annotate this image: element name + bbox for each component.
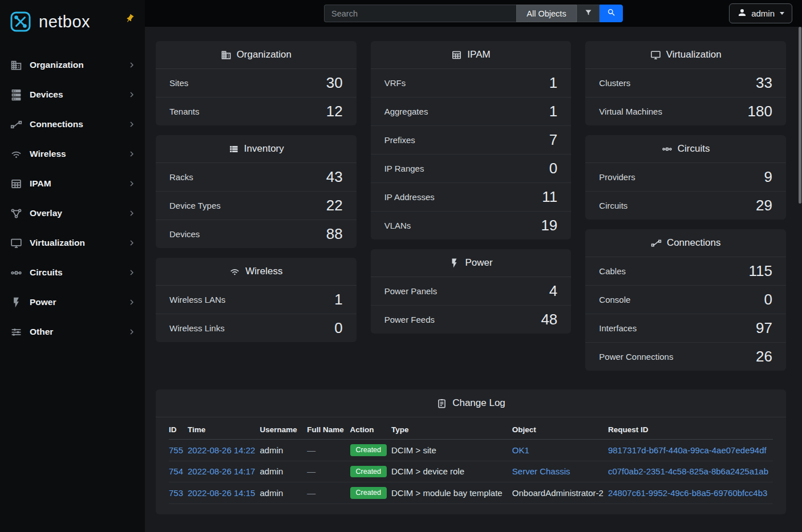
changelog-username: admin xyxy=(260,488,283,498)
column-header-username[interactable]: Username xyxy=(260,420,307,440)
sidebar-item-label: Virtualization xyxy=(30,238,85,248)
stat-row-ip-ranges[interactable]: IP Ranges 0 xyxy=(371,154,572,182)
changelog-request-id-link[interactable]: c07f0ab2-2351-4c58-825a-8b6a2425a1ab xyxy=(608,466,768,476)
chevron-right-icon xyxy=(127,119,137,129)
stat-value: 48 xyxy=(541,311,557,328)
sidebar-item-overlay[interactable]: Overlay xyxy=(0,198,145,228)
sidebar-item-other[interactable]: Other xyxy=(0,317,145,347)
card-inventory-header: Inventory xyxy=(156,135,357,163)
stat-label[interactable]: Providers xyxy=(599,172,635,182)
changelog-request-id-link[interactable]: 24807c61-9952-49c6-b8a5-69760bfcc4b3 xyxy=(608,488,767,498)
column-header-type[interactable]: Type xyxy=(391,420,512,440)
sidebar-item-connections[interactable]: Connections xyxy=(0,109,145,139)
changelog-object-link[interactable]: Server Chassis xyxy=(512,466,570,476)
dashboard-grid: Organization Sites 30 Tenants 12 Invento… xyxy=(145,27,802,371)
stat-row-clusters[interactable]: Clusters 33 xyxy=(585,69,786,97)
stat-row-virtual-machines[interactable]: Virtual Machines 180 xyxy=(585,97,786,125)
stat-row-ip-addresses[interactable]: IP Addresses 11 xyxy=(371,182,572,211)
stat-row-devices[interactable]: Devices 88 xyxy=(156,220,357,248)
stat-row-cables[interactable]: Cables 115 xyxy=(585,257,786,285)
stat-row-power-feeds[interactable]: Power Feeds 48 xyxy=(371,305,572,334)
changelog-request-id-link[interactable]: 9817317d-b67f-440a-99ca-4ae07ede94df xyxy=(608,445,767,455)
sidebar-item-power[interactable]: Power xyxy=(0,287,145,317)
sidebar-item-label: Devices xyxy=(30,90,63,100)
stat-row-prefixes[interactable]: Prefixes 7 xyxy=(371,125,572,154)
scrollbar[interactable] xyxy=(797,0,802,532)
stat-label[interactable]: IP Addresses xyxy=(384,192,435,202)
changelog-time-link[interactable]: 2022-08-26 14:17 xyxy=(188,466,255,476)
changelog-id-link[interactable]: 753 xyxy=(169,488,183,498)
stat-label[interactable]: Power Panels xyxy=(384,286,438,296)
stat-label[interactable]: Virtual Machines xyxy=(599,107,662,116)
search-input[interactable] xyxy=(324,5,516,22)
changelog-type: DCIM > module bay template xyxy=(391,488,503,498)
sidebar-item-ipam[interactable]: IPAM xyxy=(0,169,145,198)
stat-label[interactable]: Device Types xyxy=(169,201,221,210)
stat-row-power-connections[interactable]: Power Connections 26 xyxy=(585,342,786,371)
changelog-id-link[interactable]: 754 xyxy=(169,466,183,476)
stat-row-wireless-lans[interactable]: Wireless LANs 1 xyxy=(156,286,357,314)
stat-label[interactable]: Power Feeds xyxy=(384,315,435,324)
sidebar-item-virtualization[interactable]: Virtualization xyxy=(0,228,145,258)
stat-row-interfaces[interactable]: Interfaces 97 xyxy=(585,314,786,342)
stat-row-power-panels[interactable]: Power Panels 4 xyxy=(371,277,572,305)
search-submit-button[interactable] xyxy=(600,5,623,22)
sidebar-item-circuits[interactable]: Circuits xyxy=(0,258,145,287)
chevron-right-icon xyxy=(127,267,137,278)
stat-row-device-types[interactable]: Device Types 22 xyxy=(156,191,357,220)
changelog-time-link[interactable]: 2022-08-26 14:22 xyxy=(188,445,255,455)
pin-sidebar-icon[interactable] xyxy=(123,12,137,26)
sidebar-item-devices[interactable]: Devices xyxy=(0,80,145,109)
stat-value: 29 xyxy=(756,197,772,214)
sidebar-item-wireless[interactable]: Wireless xyxy=(0,139,145,169)
monitor-icon xyxy=(650,50,661,60)
stat-label[interactable]: Interfaces xyxy=(599,323,637,333)
stat-row-console[interactable]: Console 0 xyxy=(585,285,786,314)
stat-row-wireless-links[interactable]: Wireless Links 0 xyxy=(156,314,357,342)
stat-value: 43 xyxy=(326,168,343,186)
stat-label[interactable]: VLANs xyxy=(384,221,411,230)
sidebar-item-organization[interactable]: Organization xyxy=(0,50,145,80)
filter-button[interactable] xyxy=(577,5,600,22)
stat-label[interactable]: Devices xyxy=(169,229,200,239)
stat-row-aggregates[interactable]: Aggregates 1 xyxy=(371,97,572,125)
stat-row-vrfs[interactable]: VRFs 1 xyxy=(371,69,572,97)
column-header-time[interactable]: Time xyxy=(188,420,260,440)
scrollbar-thumb[interactable] xyxy=(799,27,801,204)
stat-label[interactable]: Wireless Links xyxy=(169,323,225,333)
stat-label[interactable]: Wireless LANs xyxy=(169,295,225,304)
stat-row-tenants[interactable]: Tenants 12 xyxy=(156,97,357,125)
changelog-id-link[interactable]: 755 xyxy=(169,445,183,455)
stat-label[interactable]: Console xyxy=(599,295,630,304)
stat-row-vlans[interactable]: VLANs 19 xyxy=(371,211,572,239)
stat-row-providers[interactable]: Providers 9 xyxy=(585,163,786,191)
stat-label[interactable]: Power Connections xyxy=(599,352,673,362)
stat-label[interactable]: Sites xyxy=(169,78,188,88)
column-header-request-id[interactable]: Request ID xyxy=(608,420,773,440)
search-scope-button[interactable]: All Objects xyxy=(516,5,577,22)
card-title: Inventory xyxy=(244,143,284,155)
stat-label[interactable]: Prefixes xyxy=(384,135,415,145)
brand-header[interactable]: netbox xyxy=(0,0,145,42)
chevron-right-icon xyxy=(127,208,137,218)
stat-row-racks[interactable]: Racks 43 xyxy=(156,163,357,191)
stat-row-circuits[interactable]: Circuits 29 xyxy=(585,191,786,220)
stat-label[interactable]: Circuits xyxy=(599,201,627,210)
stat-label[interactable]: VRFs xyxy=(384,78,406,88)
changelog-object-link[interactable]: OK1 xyxy=(512,445,529,455)
card-title: Organization xyxy=(237,49,291,60)
column-header-object[interactable]: Object xyxy=(512,420,608,440)
stat-row-sites[interactable]: Sites 30 xyxy=(156,69,357,97)
stat-label[interactable]: Aggregates xyxy=(384,107,428,116)
stat-label[interactable]: IP Ranges xyxy=(384,164,424,173)
stat-label[interactable]: Cables xyxy=(599,266,626,276)
stat-label[interactable]: Racks xyxy=(169,172,193,182)
stat-label[interactable]: Tenants xyxy=(169,107,200,116)
stat-value: 0 xyxy=(764,291,772,308)
column-header-full-name[interactable]: Full Name xyxy=(307,420,350,440)
column-header-action[interactable]: Action xyxy=(350,420,391,440)
stat-label[interactable]: Clusters xyxy=(599,78,630,88)
column-header-id[interactable]: ID xyxy=(169,420,188,440)
changelog-time-link[interactable]: 2022-08-26 14:15 xyxy=(188,488,255,498)
user-menu-button[interactable]: admin xyxy=(729,3,792,23)
